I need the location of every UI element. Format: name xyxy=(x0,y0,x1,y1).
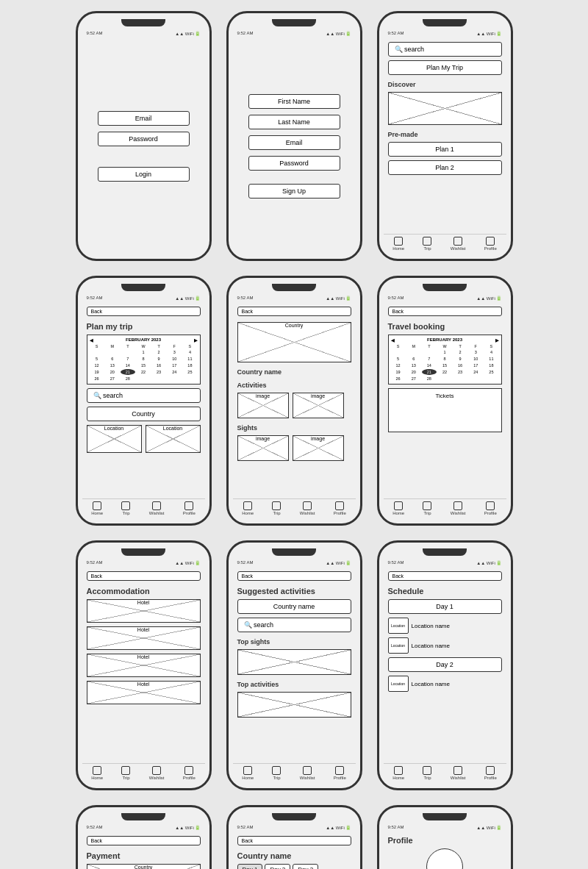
time: 9:52 AM xyxy=(237,560,254,565)
back-button[interactable]: Back xyxy=(388,307,502,316)
cal-next[interactable]: ▶ xyxy=(194,337,198,343)
nav-home[interactable]: Home xyxy=(242,766,254,780)
nav-wishlist[interactable]: Wishlist xyxy=(451,237,466,251)
phone-schedule: 9:52 AM ▲▲ WiFi 🔋 Back Schedule Day 1 Lo… xyxy=(377,540,513,790)
nav-home[interactable]: Home xyxy=(392,766,404,780)
notch xyxy=(272,813,316,820)
email-field[interactable]: Email xyxy=(248,135,340,150)
bottom-nav: Home Trip Wishlist Profile xyxy=(384,234,506,253)
signal: ▲▲ WiFi 🔋 xyxy=(476,560,501,565)
nav-profile[interactable]: Profile xyxy=(334,766,346,780)
nav-trip[interactable]: Trip xyxy=(423,501,431,515)
email-field[interactable]: Email xyxy=(98,111,190,126)
hotel-1[interactable]: Hotel xyxy=(87,599,201,623)
page-title: Payment xyxy=(87,851,201,860)
nav-profile[interactable]: Profile xyxy=(484,501,497,515)
location-row-2: Location Location name xyxy=(388,637,502,654)
page-title: Accommodation xyxy=(87,587,201,596)
search-input[interactable]: 🔍 search xyxy=(87,388,201,403)
notch xyxy=(121,284,165,291)
nav-home[interactable]: Home xyxy=(392,501,404,515)
location-name-1: Location name xyxy=(412,623,450,629)
last-name-field[interactable]: Last Name xyxy=(248,115,340,129)
payment-screen: Back Payment Country Start date - End da… xyxy=(82,833,205,869)
nav-wishlist[interactable]: Wishlist xyxy=(300,501,315,515)
nav-trip[interactable]: Trip xyxy=(272,766,281,780)
back-button[interactable]: Back xyxy=(237,571,351,581)
nav-profile[interactable]: Profile xyxy=(484,237,497,251)
calendar: ◀ FEBRUARY 2023 ▶ SMTWTFS 1234 567891011… xyxy=(87,335,201,385)
discover-label: Discover xyxy=(388,81,502,88)
cal-next[interactable]: ▶ xyxy=(495,337,499,343)
first-name-field[interactable]: First Name xyxy=(248,94,340,109)
itinerary-screen: Back Country name Day 1 Day 2 Day 3 ↓ Fl… xyxy=(233,833,356,869)
phone-login: 9:52 AM ▲▲ WiFi 🔋 Email Password Login xyxy=(76,11,212,261)
nav-trip[interactable]: Trip xyxy=(423,766,431,780)
cal-prev[interactable]: ◀ xyxy=(90,337,93,343)
back-button[interactable]: Back xyxy=(237,307,351,316)
nav-profile[interactable]: Profile xyxy=(183,501,196,515)
nav-profile[interactable]: Profile xyxy=(484,766,497,780)
phone-signup: 9:52 AM ▲▲ WiFi 🔋 First Name Last Name E… xyxy=(226,11,362,261)
signal: ▲▲ WiFi 🔋 xyxy=(175,560,200,565)
back-button[interactable]: Back xyxy=(237,836,351,845)
day1-button[interactable]: Day 1 xyxy=(388,599,502,614)
hotel-4[interactable]: Hotel xyxy=(87,681,201,704)
tab-day2[interactable]: Day 2 xyxy=(265,864,290,869)
nav-trip[interactable]: Trip xyxy=(272,501,281,515)
notch xyxy=(272,19,316,26)
status-bar: 9:52 AM ▲▲ WiFi 🔋 xyxy=(82,31,205,36)
country-image: Country xyxy=(237,322,351,362)
search-input[interactable]: 🔍 search xyxy=(237,618,351,632)
hotel-3[interactable]: Hotel xyxy=(87,654,201,677)
plan-my-trip-button[interactable]: Plan My Trip xyxy=(388,60,502,75)
phone-home: 9:52 AM ▲▲ WiFi 🔋 🔍 search Plan My Trip … xyxy=(377,11,513,261)
nav-wishlist[interactable]: Wishlist xyxy=(149,501,165,515)
sight-img-2: image xyxy=(293,435,344,461)
bottom-nav: Home Trip Wishlist Profile xyxy=(384,763,506,782)
nav-home[interactable]: Home xyxy=(392,237,404,251)
nav-home[interactable]: Home xyxy=(242,501,254,515)
nav-trip[interactable]: Trip xyxy=(423,237,431,251)
hotel-2[interactable]: Hotel xyxy=(87,626,201,650)
plan-trip-screen: Back Plan my trip ◀ FEBRUARY 2023 ▶ SMTW… xyxy=(82,304,205,498)
nav-wishlist[interactable]: Wishlist xyxy=(300,766,315,780)
plan2-button[interactable]: Plan 2 xyxy=(388,160,502,175)
back-button[interactable]: Back xyxy=(87,307,201,316)
country-button[interactable]: Country xyxy=(87,407,201,421)
login-button[interactable]: Login xyxy=(98,167,190,182)
nav-wishlist[interactable]: Wishlist xyxy=(451,501,466,515)
cal-month: FEBRUARY 2023 xyxy=(126,337,161,343)
plan1-button[interactable]: Plan 1 xyxy=(388,142,502,157)
tab-day1[interactable]: Day 1 xyxy=(237,864,263,869)
tab-day3[interactable]: Day 3 xyxy=(293,864,318,869)
phone-accommodation: 9:52 AM ▲▲ WiFi 🔋 Back Accommodation Hot… xyxy=(76,540,212,790)
back-button[interactable]: Back xyxy=(87,571,201,581)
home-screen: 🔍 search Plan My Trip Discover Pre-made … xyxy=(384,39,506,234)
nav-profile[interactable]: Profile xyxy=(334,501,346,515)
location-name-2: Location name xyxy=(412,643,450,649)
nav-trip[interactable]: Trip xyxy=(121,766,130,780)
back-button[interactable]: Back xyxy=(87,836,201,845)
nav-profile[interactable]: Profile xyxy=(183,766,196,780)
password-field[interactable]: Password xyxy=(248,156,340,171)
nav-wishlist[interactable]: Wishlist xyxy=(451,766,466,780)
nav-home[interactable]: Home xyxy=(91,766,103,780)
day2-button[interactable]: Day 2 xyxy=(388,657,502,672)
phone-plan-trip: 9:52 AM ▲▲ WiFi 🔋 Back Plan my trip ◀ FE… xyxy=(76,276,212,526)
search-input[interactable]: 🔍 search xyxy=(388,42,502,57)
time: 9:52 AM xyxy=(237,296,254,301)
password-field[interactable]: Password xyxy=(98,132,190,146)
signup-button[interactable]: Sign Up xyxy=(248,184,340,199)
nav-home[interactable]: Home xyxy=(91,501,103,515)
nav-trip[interactable]: Trip xyxy=(121,501,130,515)
tickets-label: Tickets xyxy=(392,393,498,399)
country-name-button[interactable]: Country name xyxy=(237,599,351,614)
bottom-nav: Home Trip Wishlist Profile xyxy=(384,498,506,518)
nav-wishlist[interactable]: Wishlist xyxy=(149,766,165,780)
status-bar: 9:52 AM ▲▲ WiFi 🔋 xyxy=(233,296,356,301)
time: 9:52 AM xyxy=(87,296,103,301)
page-title: Country name xyxy=(237,851,351,860)
cal-prev[interactable]: ◀ xyxy=(391,337,395,343)
back-button[interactable]: Back xyxy=(388,571,502,581)
